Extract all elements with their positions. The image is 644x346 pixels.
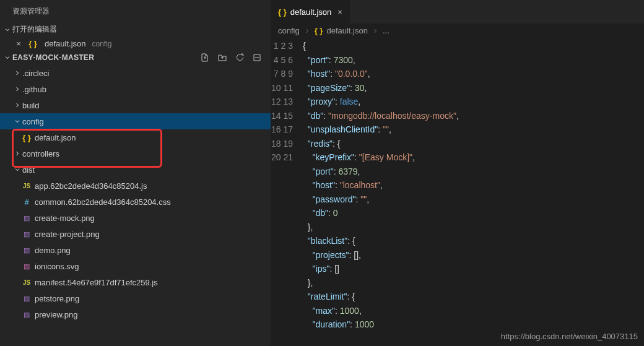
tree-item-label: controllers [22, 149, 59, 158]
file-icon: ▨ [21, 311, 32, 319]
watermark: https://blog.csdn.net/weixin_40073115 [501, 332, 638, 341]
file-icon: # [21, 197, 32, 207]
chevron-right-icon [12, 69, 22, 77]
file-icon: ▨ [21, 214, 32, 222]
tree-item-label: .circleci [22, 69, 49, 78]
json-icon: { } [278, 7, 287, 17]
folder-.circleci[interactable]: .circleci [0, 65, 271, 81]
file-preview.png[interactable]: ▨preview.png [0, 306, 271, 322]
json-icon: { } [28, 39, 37, 48]
tree-item-label: create-mock.png [35, 214, 95, 223]
file-icon: ▨ [21, 262, 32, 270]
chevron-right-icon [12, 102, 22, 109]
chevron-right-icon [12, 150, 22, 157]
folder-config[interactable]: config [0, 113, 271, 129]
file-create-mock.png[interactable]: ▨create-mock.png [0, 210, 271, 226]
editor-pane: { } default.json × config { } default.js… [271, 0, 644, 346]
crumb[interactable]: default.json [326, 26, 368, 35]
file-icon: JS [21, 183, 32, 189]
chevron-down-icon [2, 54, 12, 61]
json-icon: { } [315, 26, 323, 35]
open-editor-path: config [92, 40, 112, 48]
line-gutter: 1 2 3 4 5 6 7 8 9 10 11 12 13 14 15 16 1… [271, 39, 303, 346]
open-editors-label: 打开的编辑器 [12, 24, 57, 35]
explorer-title: 资源管理器 [0, 0, 271, 22]
file-default.json[interactable]: { }default.json [0, 129, 271, 145]
file-tree: .circleci.githubbuildconfig{ }default.js… [0, 65, 271, 346]
chevron-right-icon [303, 27, 311, 35]
tab-label: default.json [290, 7, 332, 17]
file-petstore.png[interactable]: ▨petstore.png [0, 290, 271, 306]
tree-item-label: common.62bc2dede4d364c85204.css [35, 197, 171, 207]
crumb[interactable]: config [278, 26, 300, 35]
tree-item-label: .github [22, 85, 46, 94]
file-icon: ▨ [21, 246, 32, 254]
tree-item-label: petstore.png [35, 294, 79, 303]
close-icon[interactable]: × [337, 7, 342, 17]
code-area[interactable]: 1 2 3 4 5 6 7 8 9 10 11 12 13 14 15 16 1… [271, 38, 644, 346]
close-icon[interactable]: × [14, 39, 24, 48]
folder-build[interactable]: build [0, 97, 271, 113]
file-ionicons.svg[interactable]: ▨ionicons.svg [0, 258, 271, 274]
breadcrumb[interactable]: config { } default.json ... [271, 24, 644, 38]
file-demo.png[interactable]: ▨demo.png [0, 242, 271, 258]
tree-item-label: preview.png [35, 310, 77, 319]
project-name: EASY-MOCK-MASTER [12, 53, 94, 62]
editor-tab[interactable]: { } default.json × [271, 0, 350, 24]
tree-item-label: app.62bc2dede4d364c85204.js [35, 181, 147, 191]
crumb[interactable]: ... [383, 26, 389, 35]
tree-item-label: build [22, 101, 39, 110]
file-manifest.54e67e9f17df71efc259.js[interactable]: JSmanifest.54e67e9f17df71efc259.js [0, 274, 271, 290]
file-create-project.png[interactable]: ▨create-project.png [0, 226, 271, 242]
file-icon: { } [21, 133, 32, 142]
tree-item-label: create-project.png [35, 230, 100, 239]
refresh-icon[interactable] [235, 53, 245, 63]
open-editor-name: default.json [45, 39, 86, 48]
chevron-down-icon [2, 26, 12, 33]
folder-dist[interactable]: dist [0, 162, 271, 178]
file-common.62bc2dede4d364c85204.css[interactable]: #common.62bc2dede4d364c85204.css [0, 194, 271, 210]
chevron-down-icon [12, 118, 22, 125]
explorer-sidebar: 资源管理器 打开的编辑器 × { } default.json config E… [0, 0, 271, 346]
collapse-icon[interactable] [252, 53, 262, 63]
folder-controllers[interactable]: controllers [0, 145, 271, 162]
explorer-actions [200, 53, 266, 63]
code-content[interactable]: { "port": 7300, "host": "0.0.0.0", "page… [303, 39, 644, 346]
tree-item-label: dist [22, 165, 35, 175]
file-icon: ▨ [21, 230, 32, 238]
folder-.github[interactable]: .github [0, 81, 271, 97]
chevron-down-icon [12, 166, 22, 173]
file-icon: ▨ [21, 295, 32, 303]
new-folder-icon[interactable] [217, 53, 227, 63]
project-header[interactable]: EASY-MOCK-MASTER [0, 50, 271, 65]
tree-item-label: ionicons.svg [35, 262, 79, 271]
new-file-icon[interactable] [200, 53, 210, 63]
file-app.62bc2dede4d364c85204.js[interactable]: JSapp.62bc2dede4d364c85204.js [0, 178, 271, 194]
tab-bar: { } default.json × [271, 0, 644, 24]
file-icon: JS [21, 279, 32, 286]
tree-item-label: demo.png [35, 246, 71, 255]
chevron-right-icon [12, 85, 22, 93]
tree-item-label: manifest.54e67e9f17df71efc259.js [35, 278, 158, 287]
open-editors-header[interactable]: 打开的编辑器 [0, 22, 271, 37]
tree-item-label: config [22, 117, 44, 126]
tree-item-label: default.json [35, 133, 76, 142]
open-editor-item[interactable]: × { } default.json config [0, 37, 271, 50]
chevron-right-icon [372, 27, 379, 35]
